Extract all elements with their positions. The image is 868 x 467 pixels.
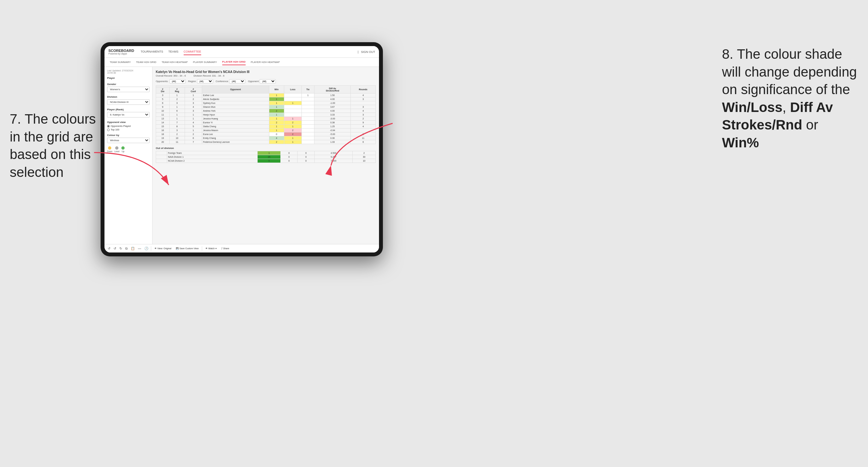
cell-reg: 1 [169,117,185,121]
subnav-team-h2h-grid[interactable]: TEAM H2H GRID [136,59,156,65]
filter-opponents-label: Opponents: [156,80,168,83]
nav-signout[interactable]: Sign out [361,49,375,55]
cell-opponent: Jessica Huang [202,117,269,121]
filter-opponent: Opponent (All) [248,79,276,84]
ood-win: 5 [258,159,281,163]
th-rounds: Rounds [351,86,376,93]
annotation-or: or [802,117,818,132]
cell-loss [284,109,302,113]
last-updated-time: 16:55:38 [107,72,116,74]
cell-tie [302,109,314,113]
nav-tournaments[interactable]: TOURNAMENTS [141,49,163,55]
legend-level-dot [115,146,118,150]
colour-by-label: Colour by [107,134,150,136]
subnav-player-h2h-heatmap[interactable]: PLAYER H2H HEATMAP [251,59,280,65]
save-custom-btn[interactable]: 💾 Save Custom View [175,247,200,251]
ood-tie: 0 [298,159,314,163]
th-win: Win [269,86,284,93]
colour-legend: Down Level Up [107,146,150,153]
paste-btn[interactable]: 📋 [130,246,135,251]
player-rank-select[interactable]: 8. Katelyn Vo [107,112,150,118]
cell-reg: 1 [169,93,185,97]
filter-region-select[interactable]: (All) [197,79,213,84]
cell-rounds [351,128,376,132]
table-row: 3 1 1 Esther Lee 1 1 1.50 4 [156,93,376,97]
cell-win: 1 [269,113,284,117]
cell-loss: 1 [284,136,302,140]
cell-tie [302,132,314,136]
ood-loss: 0 [281,159,298,163]
cell-loss [284,105,302,109]
logo-text: SCOREBOARD [108,49,134,53]
last-updated-label: Last Updated: 27/03/2024 [107,69,133,72]
overall-record-label: Overall Record: [156,74,173,77]
redo-btn[interactable]: ↻ [119,246,123,251]
division-section: Division NCAA Division III [107,95,150,105]
watch-btn[interactable]: 👁 Watch ▾ [204,247,218,251]
save-icon: 💾 [176,247,179,250]
table-row: 16 3 1 Jessica Mason 1 2 -0.94 [156,128,376,132]
undo2-btn[interactable]: ↺ [113,246,117,251]
cell-rounds: 2 [351,117,376,121]
subnav-team-h2h-heatmap[interactable]: TEAM H2H HEATMAP [162,59,188,65]
cell-diff: -5.00 [314,132,351,136]
radio-opponents-played-circle [107,125,110,128]
ood-table-row: NAIA Division 1 15 0 0 9.267 30 [156,155,376,159]
filter-opponent-select[interactable]: (All) [259,79,276,84]
cell-diff: 1.33 [314,140,351,144]
cell-div: 6 [156,101,170,105]
nav-teams[interactable]: TEAMS [168,49,179,55]
ood-loss: 0 [281,151,298,155]
opponent-view-label: Opponent view [107,121,150,124]
division-select[interactable]: NCAA Division III [107,99,150,105]
clock-btn[interactable]: 🕐 [144,246,149,251]
subnav-team-summary[interactable]: TEAM SUMMARY [110,59,131,65]
grid-records: Overall Record: 353 - 34 - 6 Division Re… [156,74,376,77]
grid-title: Katelyn Vo Head-to-Head Grid for Women's… [156,70,376,74]
cell-diff: 4.00 [314,97,351,101]
radio-top100[interactable]: Top 100 [107,128,150,131]
cell-conf: 4 [185,105,202,109]
cell-rounds: 4 [351,125,376,128]
filter-opponents-select[interactable]: (All) [169,79,186,84]
subnav-player-summary[interactable]: PLAYER SUMMARY [193,59,217,65]
view-original-btn[interactable]: 👁 View: Original [153,247,173,250]
undo-btn[interactable]: ↺ [107,246,111,251]
player-rank-section: Player (Rank) 8. Katelyn Vo [107,108,150,118]
copy-btn[interactable]: ⧉ [125,246,128,251]
watch-dropdown: ▾ [215,247,217,250]
cell-win: 1 [269,97,284,101]
radio-top100-circle [107,128,110,131]
cell-reg: 10 [169,136,185,140]
share-btn[interactable]: ⤴ Share [220,247,231,250]
cell-reg: 7 [169,121,185,125]
cell-diff: 0.38 [314,121,351,125]
colour-by-select[interactable]: Win/loss [107,137,150,143]
cell-loss: 2 [284,121,302,125]
ood-rounds: 10 [353,159,376,163]
share-label: Share [223,247,229,250]
gender-select[interactable]: Women's [107,87,150,92]
cell-opponent: Sharon Mun [202,105,269,109]
cell-tie [302,113,314,117]
legend-level: Level [115,146,120,153]
cell-tie [302,121,314,125]
filter-opponent-label: Opponent [248,80,259,83]
annotation-bold3: Win% [722,135,759,150]
cell-win: 1 [269,128,284,132]
cell-loss [284,113,302,117]
radio-opponents-played-label: Opponents Played [111,125,131,128]
cell-rounds: 6 [351,140,376,144]
radio-opponents-played[interactable]: Opponents Played [107,125,150,128]
nav-committee[interactable]: COMMITTEE [184,49,201,55]
cell-tie [302,101,314,105]
subnav-player-h2h-grid[interactable]: PLAYER H2H GRID [222,59,246,65]
filter-conference-select[interactable]: (All) [229,79,245,84]
ood-win: 1 [258,151,281,155]
th-reg: #Reg [169,87,185,93]
dash-btn[interactable]: — [137,246,142,251]
filter-opponents: Opponents: (All) [156,79,186,84]
ood-tie: 0 [298,155,314,159]
legend-down: Down [107,146,113,153]
cell-opponent: Euna Lee [202,132,269,136]
